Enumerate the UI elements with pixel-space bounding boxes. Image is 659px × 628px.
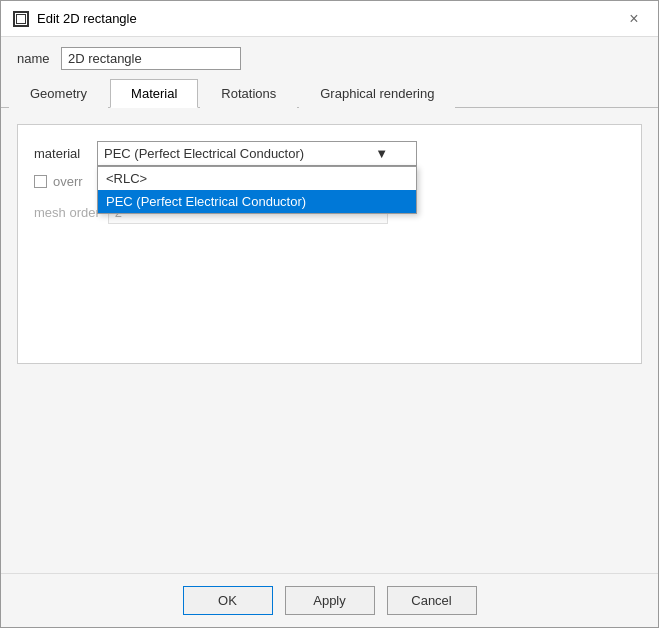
close-button[interactable]: × xyxy=(622,7,646,31)
tab-material[interactable]: Material xyxy=(110,79,198,108)
content-area: material PEC (Perfect Electrical Conduct… xyxy=(1,108,658,573)
cancel-button[interactable]: Cancel xyxy=(387,586,477,615)
material-label: material xyxy=(34,146,89,161)
window-icon xyxy=(13,11,29,27)
material-dropdown-display[interactable]: PEC (Perfect Electrical Conductor) ▼ xyxy=(97,141,417,166)
override-checkbox[interactable] xyxy=(34,175,47,188)
material-dropdown-list: <RLC> PEC (Perfect Electrical Conductor) xyxy=(97,166,417,214)
apply-button[interactable]: Apply xyxy=(285,586,375,615)
material-row: material PEC (Perfect Electrical Conduct… xyxy=(34,141,625,166)
dropdown-option-pec[interactable]: PEC (Perfect Electrical Conductor) xyxy=(98,190,416,213)
override-label: overr xyxy=(53,174,83,189)
dropdown-selected-value: PEC (Perfect Electrical Conductor) xyxy=(104,146,304,161)
tab-geometry[interactable]: Geometry xyxy=(9,79,108,108)
mesh-order-label: mesh order xyxy=(34,205,100,220)
ok-button[interactable]: OK xyxy=(183,586,273,615)
name-label: name xyxy=(17,51,53,66)
dialog: Edit 2D rectangle × name Geometry Materi… xyxy=(0,0,659,628)
footer: OK Apply Cancel xyxy=(1,573,658,627)
dropdown-arrow-icon: ▼ xyxy=(375,146,388,161)
title-bar: Edit 2D rectangle × xyxy=(1,1,658,37)
name-input[interactable] xyxy=(61,47,241,70)
material-dropdown-container: PEC (Perfect Electrical Conductor) ▼ <RL… xyxy=(97,141,417,166)
tabs-bar: Geometry Material Rotations Graphical re… xyxy=(1,78,658,108)
tab-rotations[interactable]: Rotations xyxy=(200,79,297,108)
dropdown-option-rlc[interactable]: <RLC> xyxy=(98,167,416,190)
name-row: name xyxy=(1,37,658,78)
dialog-title: Edit 2D rectangle xyxy=(37,11,137,26)
tab-graphical-rendering[interactable]: Graphical rendering xyxy=(299,79,455,108)
title-bar-left: Edit 2D rectangle xyxy=(13,11,137,27)
panel-box: material PEC (Perfect Electrical Conduct… xyxy=(17,124,642,364)
